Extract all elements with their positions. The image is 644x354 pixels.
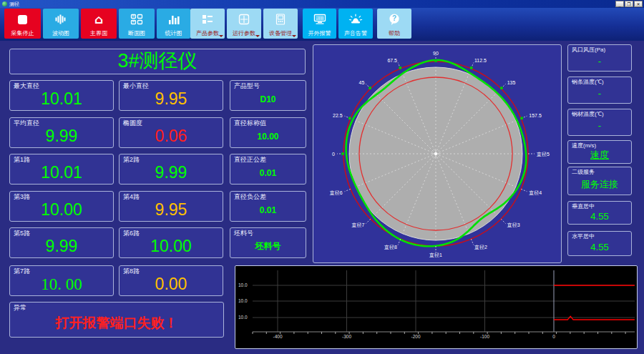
metric-value: 0.01 — [260, 168, 276, 178]
titlebar: 测径 _ ❐ ✕ — [0, 0, 644, 8]
toolbar-button-1[interactable]: 采集停止 — [4, 9, 41, 39]
toolbar-button-9[interactable]: 开外报警 — [303, 9, 336, 39]
status-panel: 垂直居中4.55 — [567, 201, 632, 225]
metric-cell: 第1路10.01 — [9, 154, 114, 185]
svg-text:?: ? — [392, 14, 396, 22]
toolbar: 采集停止波动图⌂主界面断面图统计图产品参数运行参数设备管理开外报警声音告警?帮助 — [0, 8, 644, 41]
svg-text:-200: -200 — [411, 334, 420, 339]
status-panel: 钢材温度(℃)- — [567, 109, 632, 136]
metric-value: 10.00 — [257, 132, 278, 142]
metric-cell: 第7路10. 00 — [9, 265, 114, 296]
metric-label: 最大直径 — [14, 83, 39, 89]
toolbar-button-6[interactable]: 产品参数 — [190, 9, 225, 39]
home-icon: ⌂ — [81, 11, 117, 27]
polar-plot: 022.54567.590112.5135157.5直径1直径2直径3直径4直径… — [313, 45, 561, 262]
metric-label: 第5路 — [14, 230, 30, 237]
metric-value: D10 — [260, 94, 275, 104]
svg-text:112.5: 112.5 — [474, 58, 487, 63]
toolbar-button-5[interactable]: 统计图 — [157, 9, 190, 39]
metric-value: 0.06 — [155, 127, 187, 146]
maximize-button[interactable]: ❐ — [625, 1, 633, 7]
trend-plot: 10.010.010.0-400-300-200-1000 — [235, 266, 637, 348]
status-value: - — [598, 88, 601, 99]
toolbar-button-label: 采集停止 — [4, 31, 41, 36]
alarm-panel: 异常 打开报警端口失败！ — [9, 302, 224, 338]
metric-cell: 第2路9.99 — [119, 154, 223, 185]
status-label: 钢条温度(℃) — [572, 79, 604, 85]
metric-label: 第2路 — [123, 157, 140, 163]
status-panel: 风口风压(Pa)- — [567, 44, 632, 72]
product-params-icon — [190, 11, 225, 27]
metric-cell: 直径负公差0.01 — [230, 191, 306, 222]
toolbar-button-label: 波动图 — [43, 31, 79, 36]
stop-icon — [4, 11, 41, 27]
metric-value: 9.99 — [155, 163, 187, 182]
monitor-icon — [303, 11, 336, 27]
toolbar-button-3[interactable]: ⌂主界面 — [81, 9, 117, 39]
metric-label: 第4路 — [123, 194, 140, 200]
metric-label: 直径正公差 — [234, 157, 266, 163]
status-value: - — [598, 120, 601, 131]
metric-label: 平均直径 — [14, 120, 39, 127]
svg-text:直径6: 直径6 — [330, 190, 343, 196]
siren-icon — [338, 11, 373, 27]
metric-label: 产品型号 — [234, 83, 260, 89]
alarm-label: 异常 — [14, 305, 26, 311]
metric-label: 直径标称值 — [234, 120, 266, 127]
metric-value: 0.01 — [260, 205, 276, 215]
trend-chart: 10.010.010.0-400-300-200-1000 — [235, 265, 638, 349]
status-value: 4.55 — [590, 211, 608, 222]
svg-text:0: 0 — [552, 334, 555, 339]
toolbar-button-label: 帮助 — [377, 31, 411, 36]
svg-text:-100: -100 — [480, 334, 489, 339]
metric-value: 10.00 — [41, 200, 82, 220]
metric-label: 第7路 — [14, 268, 30, 275]
status-value: 4.55 — [590, 242, 608, 252]
device-title-panel: 3#测径仪 — [9, 49, 306, 74]
alarm-message: 打开报警端口失败！ — [56, 314, 178, 333]
svg-text:10.0: 10.0 — [238, 298, 248, 303]
metric-value: 9.95 — [155, 89, 187, 109]
minimize-button[interactable]: _ — [615, 1, 624, 7]
metric-label: 第6路 — [123, 230, 140, 237]
dropdown-arrow-icon — [219, 35, 223, 37]
toolbar-button-label: 开外报警 — [303, 31, 336, 36]
metric-cell: 最大直径10.01 — [9, 80, 114, 111]
svg-text:-400: -400 — [273, 334, 282, 339]
status-label: 二级服务 — [572, 169, 595, 175]
toolbar-button-label: 主界面 — [81, 31, 117, 36]
toolbar-button-2[interactable]: 波动图 — [43, 9, 79, 39]
metric-label: 直径负公差 — [234, 194, 266, 200]
metric-label: 第1路 — [14, 157, 30, 163]
toolbar-button-4[interactable]: 断面图 — [119, 9, 155, 39]
status-label: 风口风压(Pa) — [572, 47, 605, 53]
status-panel: 速度(m/s)速度 — [567, 140, 632, 164]
svg-text:67.5: 67.5 — [387, 58, 397, 63]
metric-cell: 椭圆度0.06 — [119, 117, 223, 148]
toolbar-button-label: 断面图 — [119, 31, 155, 36]
metric-label: 第8路 — [123, 268, 140, 275]
svg-text:45: 45 — [359, 80, 365, 85]
metric-cell: 第3路10.00 — [9, 191, 114, 222]
svg-text:直径7: 直径7 — [351, 222, 364, 228]
svg-text:直径3: 直径3 — [507, 222, 520, 228]
metric-value: 9.99 — [46, 237, 78, 256]
toolbar-button-8[interactable]: 设备管理 — [263, 9, 298, 39]
svg-text:90: 90 — [433, 51, 439, 56]
status-value: - — [598, 56, 601, 67]
svg-text:直径8: 直径8 — [384, 245, 397, 250]
status-panel: 二级服务服务连接 — [567, 167, 632, 195]
toolbar-button-7[interactable]: 运行参数 — [227, 9, 261, 39]
status-panel: 钢条温度(℃)- — [567, 77, 632, 104]
close-button[interactable]: ✕ — [634, 1, 643, 7]
metric-value: 坯料号 — [255, 240, 281, 252]
toolbar-button-10[interactable]: 声音告警 — [338, 9, 373, 39]
status-label: 钢材温度(℃) — [572, 112, 604, 117]
metric-label: 最小直径 — [123, 83, 149, 89]
metric-label: 椭圆度 — [123, 120, 142, 127]
dropdown-arrow-icon — [292, 35, 296, 37]
svg-text:直径5: 直径5 — [537, 152, 550, 157]
help-icon: ? — [377, 11, 411, 27]
toolbar-button-11[interactable]: ?帮助 — [377, 9, 411, 39]
metric-value: 10.00 — [150, 237, 192, 256]
